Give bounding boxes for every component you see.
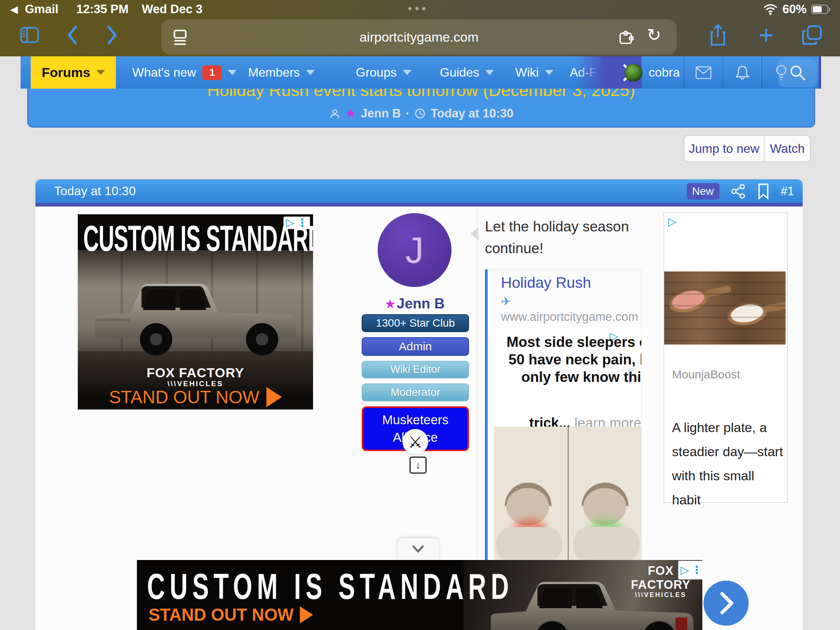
reload-button[interactable]: ↻ — [647, 25, 661, 45]
nav-tab-guides[interactable]: Guides — [440, 56, 494, 89]
adchoices-control[interactable]: ▷ ⋮ — [678, 561, 702, 579]
messages-button[interactable] — [688, 56, 719, 89]
badge-wiki-editor: Wiki Editor — [362, 361, 469, 378]
download-arrow-icon[interactable]: ↓ — [410, 457, 427, 474]
nav-tab-forums[interactable]: Forums — [31, 56, 116, 89]
extensions-button[interactable] — [617, 29, 635, 47]
ad-left-truck[interactable]: CUSTOM IS STANDARD ▷ ⋮ FOX FACTORY \\\VE… — [78, 214, 313, 410]
nav-tab-whats-new[interactable]: What's new 1 — [132, 56, 236, 89]
brand-sub: \\\VEHICLES — [619, 591, 702, 599]
chevron-right-icon — [714, 589, 738, 617]
address-bar[interactable]: airportcitygame.com ↻ — [161, 19, 677, 54]
ad-cta[interactable]: STAND OUT NOW — [78, 387, 313, 408]
link-card[interactable]: Holiday Rush ✈ www.airportcitygame.com ▷… — [485, 269, 642, 563]
page-settings-icon[interactable] — [172, 29, 189, 46]
sidebar-icon — [20, 27, 39, 43]
airplane-icon: ✈ — [501, 294, 511, 309]
crossed-swords-icon: ⚔ — [402, 429, 428, 455]
chevron-down-icon — [485, 70, 494, 75]
ad-cta[interactable]: STAND OUT NOW — [149, 605, 313, 625]
puzzle-icon — [617, 29, 635, 47]
alerts-button[interactable] — [727, 56, 758, 89]
adchoices-control[interactable]: ▷ ⋮ — [284, 217, 310, 229]
forward-button[interactable] — [100, 23, 124, 47]
nav-label-members: Members — [248, 65, 300, 80]
collapse-ad-button[interactable] — [397, 538, 439, 560]
wifi-icon — [763, 4, 778, 15]
tabs-button[interactable] — [800, 23, 824, 47]
unread-count-badge: 1 — [202, 65, 222, 80]
cta-label: STAND OUT NOW — [149, 605, 294, 625]
play-arrow-icon — [266, 387, 282, 407]
nav-divider — [684, 56, 684, 89]
nav-label-wiki: Wiki — [515, 65, 539, 80]
brand-name: FOX FACTORY — [78, 365, 313, 380]
link-card-title[interactable]: Holiday Rush — [501, 274, 591, 291]
badge-moderator: Moderator — [362, 383, 469, 401]
chevron-down-icon — [403, 70, 411, 75]
nav-divider — [723, 56, 723, 89]
ad-headline: Most side sleepers ove 50 have neck pain… — [494, 333, 642, 386]
link-card-url[interactable]: www.airportcitygame.com — [501, 310, 638, 324]
adchoices-icon[interactable]: ▷ — [681, 565, 689, 576]
ad-menu-dots-icon[interactable]: ⋮ — [297, 217, 308, 228]
nav-tab-wiki[interactable]: Wiki — [515, 56, 553, 89]
thread-action-buttons: Jump to new Watch — [684, 135, 811, 162]
sidebar-toggle-button[interactable] — [18, 23, 41, 47]
thread-author[interactable]: Jenn B — [361, 107, 401, 121]
ad-brand[interactable]: MounjaBoost — [672, 368, 740, 381]
search-button[interactable] — [778, 58, 817, 87]
play-arrow-icon — [300, 606, 313, 623]
author-star-icon: ★ — [385, 297, 396, 311]
ad-sleep-image — [494, 427, 642, 562]
ad-sleep[interactable]: ▷ Most side sleepers ove 50 have neck pa… — [494, 329, 642, 562]
nav-tab-members[interactable]: Members — [248, 56, 315, 89]
thread-byline: ★ Jenn B · Today at 10:30 — [28, 106, 814, 121]
nav-label-guides: Guides — [440, 65, 479, 80]
multitask-handle[interactable] — [408, 7, 425, 10]
avatar[interactable] — [625, 64, 642, 82]
ad-right-supplement[interactable]: ▷ MounjaBoost A lighter plate, a steadie… — [663, 212, 788, 503]
post-header: Today at 10:30 New #1 — [35, 179, 803, 206]
bookmark-icon[interactable] — [757, 183, 770, 200]
watch-button[interactable]: Watch — [765, 136, 810, 161]
column-divider — [477, 210, 478, 562]
author-name[interactable]: ★Jenn B — [358, 296, 471, 312]
url-text[interactable]: airportcitygame.com — [359, 30, 478, 45]
nav-divider — [761, 56, 762, 89]
search-icon — [789, 64, 806, 81]
jump-to-new-button[interactable]: Jump to new — [684, 136, 765, 161]
adchoices-icon[interactable]: ▷ — [286, 217, 294, 228]
badge-admin: Admin — [362, 337, 469, 356]
back-to-app-arrow-icon[interactable]: ◀ — [10, 4, 18, 16]
share-button[interactable] — [706, 23, 730, 47]
back-button[interactable] — [61, 23, 84, 47]
post-number[interactable]: #1 — [781, 184, 794, 198]
adchoices-icon[interactable]: ▷ — [668, 216, 677, 227]
truck-image — [84, 273, 307, 362]
new-tab-button[interactable]: + — [754, 23, 778, 47]
nav-user-area: cobra — [623, 56, 796, 89]
badge-star-club: 1300+ Star Club — [362, 314, 469, 332]
author-name-text: Jenn B — [397, 296, 444, 312]
post-timestamp[interactable]: Today at 10:30 — [54, 179, 136, 203]
author-avatar[interactable]: J — [378, 213, 452, 287]
fox-factory-logo: FOX FACTORY \\\VEHICLES — [78, 365, 313, 388]
back-to-app-label[interactable]: Gmail — [25, 2, 58, 16]
nav-username[interactable]: cobra — [649, 65, 680, 80]
ad-menu-dots-icon[interactable]: ⋮ — [691, 565, 702, 576]
byline-separator: · — [406, 107, 410, 121]
chevron-down-icon — [306, 70, 315, 75]
person-icon — [329, 108, 341, 119]
ipad-screen: Holiday Rush event starts tomorrow (Dece… — [0, 0, 840, 630]
share-post-icon[interactable] — [730, 184, 746, 199]
forum-navbar: Forums What's new 1 Members Groups Guide… — [21, 56, 821, 89]
ad-headline: CUSTOM IS STANDARD — [83, 217, 313, 259]
new-badge: New — [687, 183, 719, 200]
nav-tab-groups[interactable]: Groups — [356, 56, 411, 89]
envelope-icon — [695, 66, 712, 79]
next-page-fab[interactable] — [704, 581, 749, 626]
battery-percent: 60% — [782, 2, 807, 16]
chevron-down-icon — [410, 543, 427, 555]
ad-bottom-banner[interactable]: CUSTOM IS STANDARD STAND OUT NOW FOX FAC… — [137, 560, 702, 630]
